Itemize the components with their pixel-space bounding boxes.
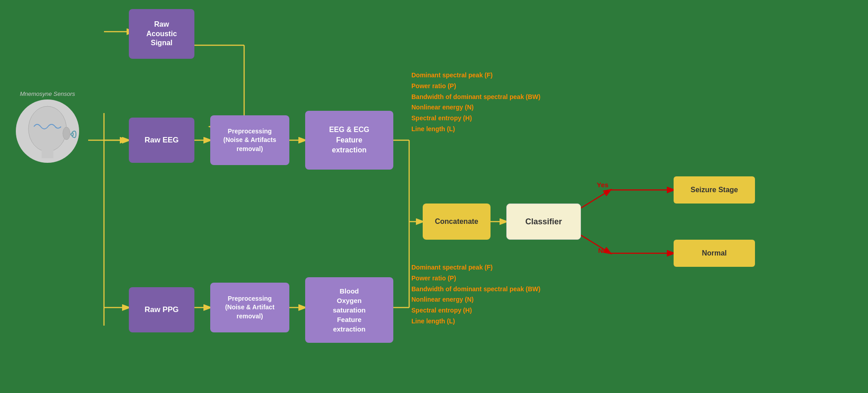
yes-label: Yes bbox=[597, 181, 609, 189]
sensor-area: Mnemosyne Sensors bbox=[9, 90, 86, 163]
feature-top-5: Spectral entropy (H) bbox=[411, 113, 540, 124]
feature-bottom-6: Line length (L) bbox=[411, 316, 540, 327]
preprocessing-ppg-box: Preprocessing (Noise & Artifact removal) bbox=[210, 283, 289, 332]
top-feature-list: Dominant spectral peak (F) Power ratio (… bbox=[411, 70, 540, 135]
raw-acoustic-signal-box: Raw Acoustic Signal bbox=[129, 9, 194, 59]
feature-bottom-5: Spectral entropy (H) bbox=[411, 305, 540, 316]
feature-top-2: Power ratio (P) bbox=[411, 81, 540, 92]
concatenate-box: Concatenate bbox=[423, 204, 491, 240]
preprocessing-eeg-box: Preprocessing (Noise & Artifacts removal… bbox=[210, 115, 289, 165]
feature-bottom-4: Nonlinear energy (N) bbox=[411, 294, 540, 305]
normal-box: Normal bbox=[674, 240, 755, 267]
sensor-circle bbox=[16, 99, 79, 163]
feature-bottom-2: Power ratio (P) bbox=[411, 273, 540, 284]
diagram-container: Mnemosyne Sensors Raw Acoustic Signal Ra… bbox=[0, 0, 868, 393]
blood-oxygen-feature-box: Blood Oxygen saturation Feature extracti… bbox=[305, 277, 393, 343]
sensor-illustration bbox=[18, 102, 77, 161]
feature-top-6: Line length (L) bbox=[411, 124, 540, 135]
feature-top-4: Nonlinear energy (N) bbox=[411, 102, 540, 113]
svg-line-18 bbox=[581, 190, 610, 208]
eeg-ecg-feature-box: EEG & ECG Feature extraction bbox=[305, 111, 393, 170]
seizure-stage-box: Seizure Stage bbox=[674, 176, 755, 204]
feature-bottom-1: Dominant spectral peak (F) bbox=[411, 262, 540, 273]
no-label: No bbox=[598, 246, 607, 254]
raw-ppg-box: Raw PPG bbox=[129, 287, 194, 332]
sensor-label: Mnemosyne Sensors bbox=[9, 90, 86, 97]
svg-rect-23 bbox=[42, 149, 53, 158]
feature-top-3: Bandwidth of dominant spectral peak (BW) bbox=[411, 92, 540, 103]
feature-bottom-3: Bandwidth of dominant spectral peak (BW) bbox=[411, 284, 540, 295]
raw-eeg-box: Raw EEG bbox=[129, 118, 194, 163]
svg-point-22 bbox=[28, 106, 66, 152]
feature-top-1: Dominant spectral peak (F) bbox=[411, 70, 540, 81]
classifier-box: Classifier bbox=[506, 204, 581, 240]
bottom-feature-list: Dominant spectral peak (F) Power ratio (… bbox=[411, 262, 540, 327]
svg-point-24 bbox=[63, 127, 70, 140]
